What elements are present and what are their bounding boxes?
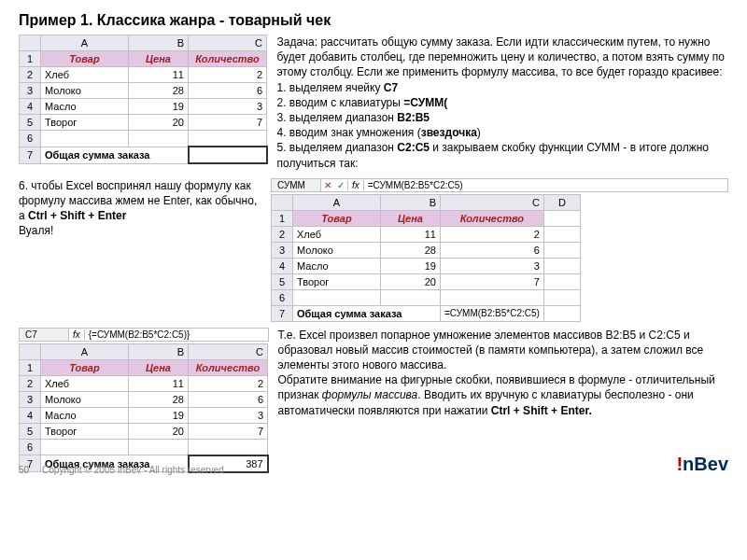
enter-icon: ✓ — [334, 180, 348, 190]
task-description: Задача: рассчитать общую сумму заказа. Е… — [277, 35, 729, 171]
inbev-logo: !nBev — [676, 454, 728, 475]
explanation-text: Т.е. Excel произвел попарное умножение э… — [278, 328, 729, 418]
page-number: 50 — [19, 465, 29, 475]
excel-table-1: ABC 1ТоварЦенаКоличество 2Хлеб112 3Молок… — [19, 35, 268, 164]
page-title: Пример 1. Классика жанра - товарный чек — [19, 12, 728, 29]
fx-icon: fx — [348, 180, 364, 190]
step6-text: 6. чтобы Excel воспринял нашу формулу ка… — [19, 178, 261, 239]
excel-table-2: СУММ ✕ ✓ fx =СУММ(B2:B5*C2:C5) ABCD 1Тов… — [271, 178, 728, 322]
copyright: Copyright © 2005 InBev - All rights rese… — [42, 465, 224, 475]
cancel-icon: ✕ — [321, 180, 334, 190]
fx-icon: fx — [69, 329, 85, 340]
excel-table-3: C7 fx {=СУММ(B2:B5*C2:C5)} ABC 1ТоварЦен… — [19, 328, 269, 473]
